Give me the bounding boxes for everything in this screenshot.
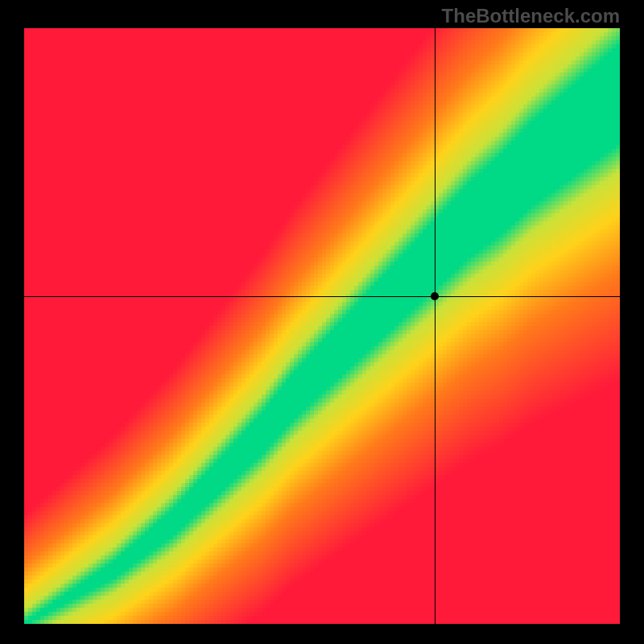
watermark-text: TheBottleneck.com [442,5,620,27]
heatmap-plot [24,28,620,624]
heatmap-canvas [24,28,620,624]
crosshair-horizontal [24,296,620,297]
marker-dot [431,292,439,300]
chart-frame: TheBottleneck.com [0,0,644,644]
crosshair-vertical [435,28,436,624]
